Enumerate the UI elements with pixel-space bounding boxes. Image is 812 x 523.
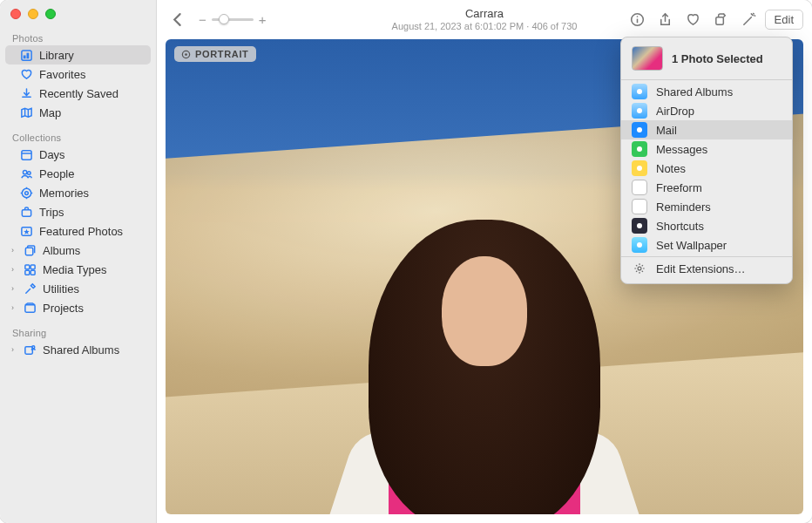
sidebar-item-label: Projects bbox=[43, 302, 147, 315]
sidebar-item-utilities[interactable]: ›Utilities bbox=[0, 279, 156, 298]
memories-icon bbox=[19, 186, 33, 200]
svg-rect-22 bbox=[24, 346, 31, 353]
svg-point-8 bbox=[24, 191, 28, 194]
share-item-label: Reminders bbox=[656, 200, 711, 214]
svg-point-31 bbox=[637, 108, 642, 113]
sidebar-item-albums[interactable]: ›Albums bbox=[0, 241, 156, 260]
share-item-messages[interactable]: Messages bbox=[621, 139, 792, 159]
svg-rect-13 bbox=[22, 209, 30, 216]
svg-point-33 bbox=[637, 146, 642, 152]
minimize-window-button[interactable] bbox=[28, 9, 38, 19]
sidebar-item-label: Trips bbox=[39, 206, 147, 219]
edit-button[interactable]: Edit bbox=[765, 10, 803, 30]
sidebar-item-label: Recently Saved bbox=[39, 87, 147, 100]
app-icon bbox=[632, 218, 647, 234]
sidebar-header-sharing: Sharing bbox=[0, 324, 156, 340]
share-item-airdrop[interactable]: AirDrop bbox=[621, 101, 792, 120]
svg-point-32 bbox=[637, 127, 642, 132]
share-item-mail[interactable]: Mail bbox=[621, 120, 792, 139]
sidebar-item-label: Days bbox=[39, 148, 147, 161]
people-icon bbox=[19, 166, 33, 180]
main-content: − + Carrara August 21, 2023 at 6:01:02 P… bbox=[157, 0, 812, 523]
sidebar-section-collections: Collections DaysPeopleMemoriesTripsFeatu… bbox=[0, 124, 156, 319]
sidebar-item-label: People bbox=[39, 167, 147, 180]
share-item-label: Edit Extensions… bbox=[656, 262, 746, 275]
info-button[interactable] bbox=[626, 9, 650, 31]
portrait-badge-label: PORTRAIT bbox=[195, 49, 249, 59]
svg-point-5 bbox=[23, 170, 26, 173]
svg-point-29 bbox=[185, 53, 187, 56]
svg-rect-17 bbox=[24, 264, 29, 268]
sidebar-item-library[interactable]: Library bbox=[5, 45, 151, 65]
svg-rect-21 bbox=[24, 304, 34, 311]
chevron-right-icon: › bbox=[9, 284, 17, 293]
share-item-set-wallpaper[interactable]: Set Wallpaper bbox=[621, 235, 792, 255]
sidebar-item-featured-photos[interactable]: Featured Photos bbox=[0, 221, 156, 241]
sidebar-item-trips[interactable]: Trips bbox=[0, 202, 156, 221]
sidebar-item-label: Library bbox=[39, 49, 142, 62]
enhance-button[interactable] bbox=[737, 9, 761, 31]
sidebar-item-label: Media Types bbox=[43, 263, 147, 276]
sidebar-item-favorites[interactable]: Favorites bbox=[0, 65, 156, 84]
sidebar-item-shared-albums[interactable]: ›Shared Albums bbox=[0, 340, 156, 359]
svg-rect-18 bbox=[30, 264, 35, 268]
sidebar-section-photos: Photos LibraryFavoritesRecently SavedMap bbox=[0, 24, 156, 124]
sidebar-item-memories[interactable]: Memories bbox=[0, 183, 156, 202]
share-item-shared-albums[interactable]: Shared Albums bbox=[621, 82, 792, 101]
share-item-label: AirDrop bbox=[656, 105, 694, 118]
sidebar-item-people[interactable]: People bbox=[0, 164, 156, 183]
share-button[interactable] bbox=[653, 9, 678, 31]
calendar-icon bbox=[19, 147, 33, 161]
share-item-shortcuts[interactable]: Shortcuts bbox=[621, 216, 792, 235]
favorite-button[interactable] bbox=[681, 9, 706, 31]
svg-point-34 bbox=[637, 166, 642, 171]
sidebar-section-sharing: Sharing ›Shared Albums bbox=[0, 319, 156, 361]
toolbar-left: − + bbox=[166, 9, 267, 31]
app-icon bbox=[632, 84, 647, 99]
svg-point-7 bbox=[22, 188, 30, 197]
sidebar-header-photos: Photos bbox=[0, 30, 156, 45]
zoom-slider[interactable]: − + bbox=[199, 12, 267, 27]
sidebar-item-label: Albums bbox=[43, 244, 147, 257]
svg-rect-1 bbox=[23, 55, 25, 58]
rotate-button[interactable] bbox=[709, 9, 734, 31]
app-icon bbox=[632, 180, 647, 195]
share-item-label: Mail bbox=[656, 124, 677, 137]
share-popover-header: 1 Photo Selected bbox=[621, 43, 792, 78]
sidebar-item-media-types[interactable]: ›Media Types bbox=[0, 260, 156, 279]
toolbar-right: Edit bbox=[626, 9, 803, 31]
sidebar-item-map[interactable]: Map bbox=[0, 103, 156, 122]
zoom-in-icon: + bbox=[259, 12, 267, 27]
svg-point-38 bbox=[637, 242, 642, 248]
app-icon bbox=[632, 199, 647, 214]
sidebar-item-projects[interactable]: ›Projects bbox=[0, 298, 156, 317]
svg-point-26 bbox=[637, 16, 639, 17]
sidebar-item-label: Favorites bbox=[39, 68, 147, 81]
share-item-label: Shared Albums bbox=[656, 85, 733, 98]
chevron-right-icon: › bbox=[9, 246, 17, 255]
mediatypes-icon bbox=[23, 262, 37, 276]
share-item-reminders[interactable]: Reminders bbox=[621, 197, 792, 216]
svg-point-23 bbox=[31, 345, 34, 348]
share-item-edit-extensions[interactable]: Edit Extensions… bbox=[621, 259, 792, 278]
share-item-notes[interactable]: Notes bbox=[621, 159, 792, 178]
svg-point-37 bbox=[637, 223, 642, 228]
app-icon bbox=[632, 160, 647, 176]
window-controls bbox=[0, 0, 156, 24]
chevron-right-icon: › bbox=[9, 265, 17, 274]
share-item-label: Freeform bbox=[656, 181, 702, 194]
app-icon bbox=[632, 141, 647, 157]
back-button[interactable] bbox=[166, 9, 190, 31]
svg-rect-3 bbox=[21, 150, 30, 159]
sidebar-item-days[interactable]: Days bbox=[0, 145, 156, 164]
share-item-label: Set Wallpaper bbox=[656, 239, 727, 252]
close-window-button[interactable] bbox=[10, 9, 21, 19]
share-item-label: Shortcuts bbox=[656, 220, 704, 233]
divider bbox=[621, 256, 792, 257]
svg-rect-19 bbox=[24, 270, 29, 275]
sidebar-item-recently-saved[interactable]: Recently Saved bbox=[0, 84, 156, 103]
svg-point-30 bbox=[637, 89, 642, 94]
share-item-freeform[interactable]: Freeform bbox=[621, 178, 792, 197]
svg-point-39 bbox=[638, 267, 641, 270]
fullscreen-window-button[interactable] bbox=[45, 9, 56, 19]
